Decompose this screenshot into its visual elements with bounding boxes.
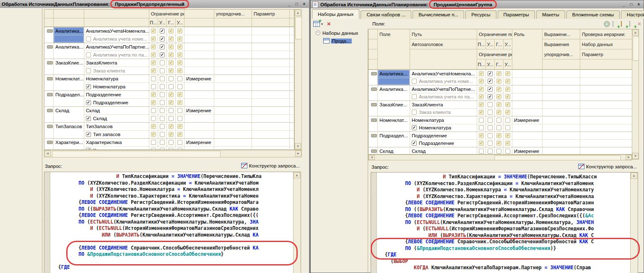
field-name-cell[interactable]: Аналитика... — [378, 85, 410, 93]
restriction-cell[interactable]: ✓ — [477, 93, 486, 101]
restriction-cell[interactable]: ✓ — [167, 27, 176, 35]
checkbox[interactable]: ✓ — [505, 94, 510, 99]
header-expression[interactable]: Выражени... — [543, 29, 580, 39]
empty-cell[interactable] — [252, 98, 290, 106]
empty-cell[interactable] — [252, 138, 290, 146]
empty-cell[interactable] — [214, 67, 252, 75]
auto-title-cell[interactable]: Аналитика учета номе... — [410, 77, 477, 85]
checkbox[interactable]: ✓ — [151, 36, 156, 41]
restriction-cell[interactable] — [149, 106, 158, 114]
checkbox[interactable]: ✓ — [151, 124, 156, 129]
role-cell[interactable]: Измерение — [512, 147, 543, 155]
maximize-button[interactable]: □ — [628, 2, 634, 8]
restriction-cell[interactable]: ✓ — [167, 122, 176, 130]
restriction-cell[interactable]: ✓ — [495, 108, 504, 116]
query-text[interactable]: И ТипКлассификации = ЗНАЧЕНИЕ(Перечислен… — [379, 174, 630, 273]
checkbox[interactable] — [479, 125, 484, 130]
header-role[interactable]: Роль — [512, 29, 543, 39]
collapse-icon[interactable]: − — [316, 31, 320, 35]
restriction-cell[interactable]: ✓ — [477, 108, 486, 116]
restriction-cell[interactable]: ✓ — [176, 90, 184, 98]
checkbox[interactable]: ✓ — [496, 87, 501, 92]
checkbox[interactable]: ✓ — [412, 141, 417, 146]
empty-cell[interactable] — [290, 138, 294, 146]
scroll-left-icon[interactable]: ◄ — [369, 155, 375, 160]
checkbox[interactable] — [169, 76, 174, 81]
role-cell[interactable]: Измерение — [512, 116, 543, 124]
empty-cell[interactable] — [290, 59, 294, 67]
table-row-auto-title[interactable]: ✓Подразделение✓✓✓ — [44, 98, 294, 106]
restriction-cell[interactable]: ✓ — [504, 139, 512, 147]
scroll-down-icon[interactable]: ▼ — [295, 143, 301, 149]
restriction-cell[interactable]: ✓ — [149, 90, 158, 98]
role-cell[interactable] — [184, 43, 214, 51]
restriction-cell[interactable]: ✓ — [486, 70, 495, 77]
checkbox[interactable]: ✓ — [177, 36, 182, 41]
restriction-cell[interactable] — [149, 75, 158, 82]
vscroll-thumb[interactable] — [633, 36, 639, 61]
scroll-left-icon[interactable]: ◄ — [44, 150, 51, 157]
empty-cell[interactable] — [580, 93, 632, 101]
header-check-col[interactable]: У... — [158, 18, 167, 27]
table-row-auto-title[interactable]: Заказ клиента✓✓✓ — [369, 108, 632, 116]
restriction-cell[interactable]: ✓ — [477, 139, 486, 147]
header-check-col[interactable]: У... — [486, 59, 495, 70]
header-check-col[interactable]: У... — [176, 18, 184, 27]
restriction-cell[interactable] — [167, 106, 176, 114]
table-row-field[interactable]: ЗаказКлие...ЗаказКлиента✓✓✓ — [369, 100, 632, 108]
checkbox[interactable]: ✓ — [151, 92, 156, 97]
scroll-up-icon[interactable]: ▲ — [631, 173, 637, 179]
empty-cell[interactable] — [252, 35, 290, 43]
checkbox[interactable] — [412, 79, 417, 84]
checkbox[interactable] — [177, 140, 182, 145]
header-check-col[interactable]: П... — [149, 18, 158, 27]
checkbox[interactable]: ✓ — [177, 68, 182, 73]
path-cell[interactable]: ЗаказКлиента — [84, 59, 149, 67]
auto-title-cell[interactable]: ✓Характеристика — [84, 146, 149, 150]
checkbox[interactable]: ✓ — [505, 71, 510, 76]
checkbox[interactable]: ✓ — [479, 110, 484, 115]
checkbox[interactable]: ✓ — [151, 52, 156, 57]
auto-title-cell[interactable]: Аналитика учета по па... — [410, 93, 477, 101]
restriction-cell[interactable] — [158, 59, 167, 67]
checkbox[interactable] — [86, 68, 91, 73]
restriction-cell[interactable]: ✓ — [495, 93, 504, 101]
restriction-cell[interactable] — [477, 147, 486, 155]
auto-title-cell[interactable]: Заказ клиента — [410, 108, 477, 116]
header-record-restriction[interactable]: Ограничение рек... — [149, 10, 184, 18]
restriction-cell[interactable]: ✓ — [149, 67, 158, 75]
checkbox[interactable]: ✓ — [160, 36, 165, 41]
restriction-cell[interactable]: ✓ — [149, 35, 158, 43]
table-vscrollbar-left[interactable]: ▲ ▼ — [294, 9, 302, 150]
add-field-icon[interactable]: + — [604, 21, 610, 27]
checkbox[interactable]: ✓ — [479, 94, 484, 99]
tab-Параметры[interactable]: Параметры — [498, 10, 535, 19]
path-cell[interactable]: Характеристика — [84, 138, 149, 146]
empty-cell[interactable] — [580, 139, 632, 147]
restriction-cell[interactable] — [176, 106, 184, 114]
checkbox[interactable]: ✓ — [505, 79, 510, 84]
empty-cell[interactable] — [290, 75, 294, 82]
restriction-cell[interactable]: ✓ — [167, 35, 176, 43]
table-row-auto-title[interactable]: Аналитика учета по па...✓✓✓✓ — [369, 93, 632, 101]
restriction-cell[interactable]: ✓ — [167, 130, 176, 138]
restriction-cell[interactable]: ✓ — [486, 85, 495, 93]
restriction-cell[interactable]: ✓ — [504, 108, 512, 116]
checkbox[interactable]: ✓ — [177, 132, 182, 137]
empty-cell[interactable] — [543, 124, 580, 132]
role-cell[interactable] — [184, 27, 214, 35]
checkbox[interactable]: ✓ — [151, 60, 156, 65]
checkbox[interactable] — [160, 84, 165, 89]
empty-cell[interactable] — [214, 75, 252, 82]
role-cell[interactable] — [184, 51, 214, 59]
empty-cell[interactable] — [290, 130, 294, 138]
restriction-cell[interactable] — [167, 114, 176, 122]
table-row-field[interactable]: Характери...ХарактеристикаИзмерение — [44, 138, 294, 146]
checkbox[interactable]: ✓ — [488, 94, 493, 99]
checkbox[interactable] — [160, 68, 165, 73]
tab-Вложенные схемы[interactable]: Вложенные схемы — [566, 10, 620, 19]
checkbox[interactable]: ✓ — [479, 102, 484, 107]
checkbox[interactable]: ✓ — [505, 133, 510, 138]
restriction-cell[interactable] — [149, 82, 158, 90]
empty-cell[interactable] — [214, 59, 252, 67]
